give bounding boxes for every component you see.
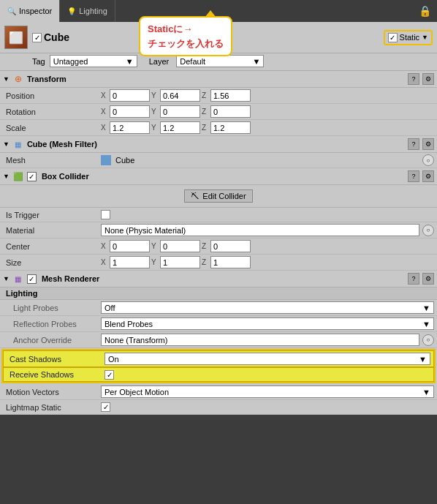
transform-header[interactable]: ▼ ⊕ Transform ? ⚙ — [0, 71, 437, 88]
rot-y-label: Y — [151, 108, 159, 116]
box-collider-settings-btn[interactable]: ⚙ — [422, 170, 434, 182]
transform-icon: ⊕ — [12, 73, 24, 85]
edit-collider-btn[interactable]: ⛏ Edit Collider — [184, 189, 252, 203]
box-collider-header[interactable]: ▼ 🟩 ✓ Box Collider ? ⚙ — [0, 168, 437, 185]
mesh-value-container: Cube ○ — [101, 154, 434, 166]
transform-section: ▼ ⊕ Transform ? ⚙ Position X Y Z Rotatio… — [0, 71, 437, 136]
mesh-filter-title: Cube (Mesh Filter) — [27, 140, 405, 148]
rot-z-field[interactable] — [210, 105, 251, 118]
pos-x-field[interactable] — [110, 89, 150, 102]
layer-value: Default — [180, 57, 205, 66]
size-row: Size X Y Z — [0, 255, 437, 271]
anchor-override-field[interactable]: None (Transform) — [101, 334, 419, 346]
transform-tools: ? ⚙ — [408, 73, 434, 85]
mesh-select-btn[interactable]: ○ — [422, 154, 434, 166]
size-x-field[interactable] — [110, 256, 150, 268]
mesh-filter-help-btn[interactable]: ? — [408, 138, 419, 150]
scale-z-field[interactable] — [210, 121, 251, 134]
annotation-line1: Staticに→ — [148, 22, 224, 37]
annotation-line2: チェックを入れる — [148, 37, 224, 51]
pos-z-field[interactable] — [210, 89, 251, 102]
is-trigger-checkbox[interactable] — [101, 210, 110, 219]
anchor-override-value: None (Transform) — [104, 336, 167, 345]
cast-shadows-dropdown[interactable]: On ▼ — [104, 353, 430, 365]
scale-x-field[interactable] — [110, 121, 150, 134]
mesh-renderer-header[interactable]: ▼ ▦ ✓ Mesh Renderer ? ⚙ — [0, 271, 437, 287]
mesh-filter-settings-btn[interactable]: ⚙ — [422, 138, 434, 150]
mesh-renderer-title: Mesh Renderer — [42, 274, 405, 283]
mesh-cube-icon — [101, 155, 111, 165]
size-y-field[interactable] — [160, 256, 200, 268]
receive-shadows-label: Receive Shadows — [10, 370, 104, 379]
cast-shadows-label: Cast Shadows — [10, 355, 104, 364]
layer-dropdown[interactable]: Default ▼ — [176, 55, 264, 67]
material-field[interactable]: None (Physic Material) — [101, 224, 419, 236]
motion-vectors-row: Motion Vectors Per Object Motion ▼ — [0, 384, 437, 400]
pos-x-label: X — [101, 91, 108, 99]
scale-z-label: Z — [202, 124, 209, 132]
anchor-override-select-btn[interactable]: ○ — [422, 334, 434, 346]
static-checkbox[interactable]: ✓ — [388, 33, 398, 42]
cast-shadows-value-container: On ▼ — [104, 353, 430, 365]
lightmap-static-checkbox[interactable]: ✓ — [101, 402, 110, 412]
center-z-field[interactable] — [210, 240, 251, 252]
annotation-bubble: Staticに→ チェックを入れる — [139, 16, 232, 56]
mesh-renderer-checkbox[interactable]: ✓ — [27, 274, 37, 284]
lock-icon[interactable]: 🔒 — [413, 0, 437, 22]
anchor-override-value-container: None (Transform) ○ — [101, 334, 434, 346]
static-label: Static — [400, 33, 420, 42]
edit-collider-icon: ⛏ — [191, 192, 199, 200]
scale-row: Scale X Y Z — [0, 120, 437, 136]
tab-inspector[interactable]: 🔍 Inspector — [0, 0, 60, 22]
center-label: Center — [6, 242, 101, 251]
mesh-renderer-help-btn[interactable]: ? — [408, 273, 419, 285]
material-value-container: None (Physic Material) ○ — [101, 224, 434, 236]
center-y-label: Y — [151, 242, 159, 250]
receive-shadows-checkbox[interactable]: ✓ — [104, 370, 114, 380]
mesh-renderer-icon: ▦ — [12, 273, 24, 285]
center-x-field[interactable] — [110, 240, 150, 252]
scale-y-field[interactable] — [160, 121, 200, 134]
object-active-checkbox[interactable]: ✓ — [32, 33, 42, 42]
rotation-label: Rotation — [6, 108, 101, 116]
motion-vectors-value: Per Object Motion — [104, 388, 169, 396]
cast-shadows-value: On — [108, 355, 119, 364]
mesh-filter-header[interactable]: ▼ ▦ Cube (Mesh Filter) ? ⚙ — [0, 136, 437, 153]
transform-settings-btn[interactable]: ⚙ — [422, 73, 434, 85]
tag-dropdown[interactable]: Untagged ▼ — [50, 55, 137, 67]
center-y-field[interactable] — [160, 240, 200, 252]
box-collider-icon: 🟩 — [12, 170, 24, 182]
mesh-label: Mesh — [6, 156, 101, 165]
lightmap-static-value: ✓ — [101, 402, 434, 412]
light-probes-value-container: Off ▼ — [101, 301, 434, 314]
rot-x-field[interactable] — [110, 105, 150, 118]
lightmap-static-label: Lightmap Static — [6, 403, 101, 412]
material-select-btn[interactable]: ○ — [422, 225, 434, 236]
motion-vectors-dropdown[interactable]: Per Object Motion ▼ — [101, 385, 434, 398]
box-collider-checkbox[interactable]: ✓ — [27, 172, 37, 181]
tab-lighting[interactable]: 💡 Lighting — [60, 0, 115, 22]
size-z-field[interactable] — [210, 256, 251, 268]
reflection-probes-arrow: ▼ — [422, 320, 430, 328]
mesh-row: Mesh Cube ○ — [0, 153, 437, 168]
static-dropdown-arrow[interactable]: ▼ — [422, 34, 428, 41]
mesh-filter-arrow: ▼ — [3, 140, 10, 148]
rot-y-field[interactable] — [160, 105, 200, 118]
object-icon-box: ⬜ — [4, 26, 28, 49]
motion-vectors-arrow: ▼ — [422, 388, 430, 396]
rotation-row: Rotation X Y Z — [0, 104, 437, 120]
pos-y-field[interactable] — [160, 89, 200, 102]
size-z-label: Z — [202, 258, 209, 266]
size-label: Size — [6, 258, 101, 267]
box-collider-help-btn[interactable]: ? — [408, 170, 419, 182]
box-collider-title: Box Collider — [42, 172, 405, 181]
mesh-renderer-settings-btn[interactable]: ⚙ — [422, 273, 434, 285]
mesh-filter-section: ▼ ▦ Cube (Mesh Filter) ? ⚙ Mesh Cube ○ — [0, 136, 437, 168]
lightmap-static-row: Lightmap Static ✓ — [0, 400, 437, 415]
receive-shadows-value: ✓ — [104, 370, 430, 380]
motion-vectors-value-container: Per Object Motion ▼ — [101, 385, 434, 398]
scale-y-label: Y — [151, 124, 159, 132]
light-probes-dropdown[interactable]: Off ▼ — [101, 301, 434, 314]
transform-help-btn[interactable]: ? — [408, 73, 419, 85]
reflection-probes-dropdown[interactable]: Blend Probes ▼ — [101, 317, 434, 330]
